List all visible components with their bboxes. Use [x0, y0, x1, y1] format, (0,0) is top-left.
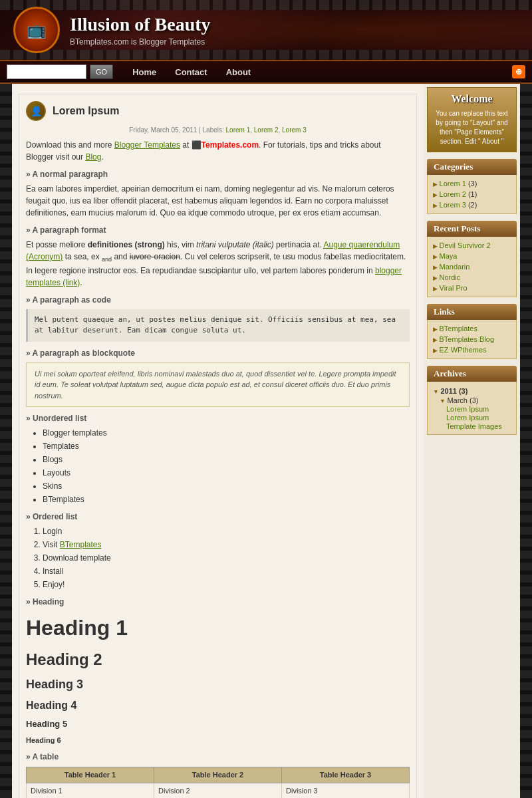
post-author-bar: 👤 Lorem Ipsum: [26, 101, 410, 121]
list-item: Download template: [43, 552, 410, 564]
list-item: BTemplates: [433, 323, 511, 334]
section-code: A paragraph as code: [26, 294, 410, 306]
recent-post-link[interactable]: Devil Survivor 2: [440, 241, 491, 249]
recent-posts-body: Devil Survivor 2 Maya Mandarin Nordic Vi…: [427, 237, 517, 297]
blogger-templates-link[interactable]: Blogger Templates: [114, 140, 180, 150]
list-item: Enjoy!: [43, 579, 410, 591]
label-link-3[interactable]: Lorem 3: [282, 126, 307, 134]
ordered-list: Login Visit BTemplates Download template…: [43, 525, 410, 591]
archives-year[interactable]: 2011 (3): [433, 387, 511, 395]
nav-contact[interactable]: Contact: [166, 65, 216, 80]
recent-post-link[interactable]: Viral Pro: [440, 284, 467, 292]
heading-5: Heading 5: [26, 718, 410, 731]
section-ol: Ordered list: [26, 511, 410, 523]
external-link[interactable]: BTemplates: [440, 325, 477, 332]
section-heading: Heading: [26, 596, 410, 608]
avatar: 👤: [26, 101, 46, 121]
btemplates-link[interactable]: BTemplates: [60, 540, 102, 549]
label-link-1[interactable]: Lorem 1: [226, 126, 251, 134]
rss-icon[interactable]: ⊕: [512, 65, 525, 78]
archives-header: Archives: [427, 366, 517, 382]
post-1: 👤 Lorem Ipsum Friday, March 05, 2011 | L…: [19, 94, 417, 798]
table-header-2: Table Header 2: [154, 767, 282, 783]
list-item: Login: [43, 525, 410, 537]
list-item: BTemplates: [43, 493, 410, 505]
film-strip-bottom: [0, 50, 532, 60]
post-date: Friday, March 05, 2011: [129, 126, 197, 134]
welcome-title: Welcome: [433, 93, 511, 105]
welcome-text: You can replace this text by going to "L…: [433, 109, 511, 146]
label-link-2[interactable]: Lorem 2: [254, 126, 279, 134]
list-item: Maya: [433, 251, 511, 261]
external-link[interactable]: EZ WPthemes: [440, 346, 487, 354]
list-item: Skins: [43, 480, 410, 492]
main-wrapper: 👤 Lorem Ipsum Friday, March 05, 2011 | L…: [0, 84, 532, 798]
links-list: BTemplates BTemplates Blog EZ WPthemes: [433, 323, 511, 355]
archives-post-link[interactable]: Lorem Ipsum: [433, 405, 511, 413]
category-link[interactable]: Lorem 2: [440, 190, 466, 198]
heading-3: Heading 3: [26, 676, 410, 694]
archives-post-link[interactable]: Template Images: [433, 422, 511, 430]
post-table: Table Header 1 Table Header 2 Table Head…: [26, 767, 410, 798]
recent-posts-header: Recent Posts: [427, 221, 517, 237]
navigation-bar: GO Home Contact About ⊕: [0, 60, 532, 84]
heading-1: Heading 1: [26, 612, 410, 644]
categories-list: Lorem 1 (3) Lorem 2 (1) Lorem 3 (2): [433, 178, 511, 210]
film-strip-right: [520, 84, 532, 798]
section-blockquote: A paragraph as blockquote: [26, 347, 410, 359]
list-item: Lorem 1 (3): [433, 178, 511, 189]
recent-post-link[interactable]: Mandarin: [440, 263, 470, 271]
section-para-format: A paragraph format: [26, 224, 410, 236]
category-link[interactable]: Lorem 1: [440, 180, 466, 188]
list-item: Devil Survivor 2: [433, 240, 511, 251]
search-go-button[interactable]: GO: [90, 65, 113, 79]
list-item: Lorem 3 (2): [433, 200, 511, 210]
table-header-3: Table Header 3: [282, 767, 410, 783]
para-format-text: Et posse meliore definitiones (strong) h…: [26, 239, 410, 289]
categories-widget: Categories Lorem 1 (3) Lorem 2 (1) Lorem…: [427, 159, 517, 214]
list-item: Blogger templates: [43, 427, 410, 439]
labels-prefix: Labels:: [203, 126, 224, 134]
archives-widget: Archives 2011 (3) March (3) Lorem Ipsum …: [427, 366, 517, 435]
heading-6: Heading 6: [26, 735, 410, 746]
section-normal-paragraph: A normal paragraph: [26, 168, 410, 180]
post-body-1: Download this and more Blogger Templates…: [26, 139, 410, 798]
sidebar: Welcome You can replace this text by goi…: [424, 84, 520, 798]
external-link[interactable]: BTemplates Blog: [440, 335, 495, 343]
table-header-1: Table Header 1: [27, 767, 154, 783]
nav-links: Home Contact About: [123, 65, 260, 80]
nav-home[interactable]: Home: [123, 65, 166, 80]
code-block: Mel putent quaeque an, ut postes melius …: [26, 309, 410, 342]
section-ul: Unordered list: [26, 412, 410, 424]
list-item: Layouts: [43, 467, 410, 479]
list-item: Blogs: [43, 454, 410, 466]
welcome-widget: Welcome You can replace this text by goi…: [427, 87, 517, 152]
site-header: 📺 Illusion of Beauty BTemplates.com is B…: [0, 0, 532, 60]
section-table: A table: [26, 751, 410, 763]
archives-month[interactable]: March (3): [433, 396, 511, 404]
templates-brand: ⬛Templates.com: [192, 140, 259, 150]
recent-post-link[interactable]: Maya: [440, 252, 458, 260]
blogger-templates-link2[interactable]: blogger templates (link): [26, 266, 402, 287]
archives-post-link[interactable]: Lorem Ipsum: [433, 414, 511, 422]
nav-about[interactable]: About: [217, 65, 261, 80]
post-title: Lorem Ipsum: [53, 105, 119, 117]
table-row: Division 1 Division 2 Division 3: [27, 783, 410, 798]
category-link[interactable]: Lorem 3: [440, 201, 466, 209]
content-area: 👤 Lorem Ipsum Friday, March 05, 2011 | L…: [12, 84, 424, 798]
blockquote-block: Ui mei solum oporteat eleifend, libris n…: [26, 362, 410, 408]
blog-link[interactable]: Blog: [85, 152, 101, 162]
list-item: Lorem 2 (1): [433, 189, 511, 200]
list-item: Visit BTemplates: [43, 539, 410, 551]
table-cell: Division 3: [282, 783, 410, 798]
links-body: BTemplates BTemplates Blog EZ WPthemes: [427, 320, 517, 359]
search-input[interactable]: [7, 65, 86, 79]
list-item: Install: [43, 565, 410, 577]
post-meta: Friday, March 05, 2011 | Labels: Lorem 1…: [26, 126, 410, 134]
list-item: EZ WPthemes: [433, 344, 511, 355]
recent-posts-widget: Recent Posts Devil Survivor 2 Maya Manda…: [427, 221, 517, 297]
recent-post-link[interactable]: Nordic: [440, 273, 461, 281]
post-intro: Download this and more Blogger Templates…: [26, 139, 410, 163]
list-item: BTemplates Blog: [433, 334, 511, 344]
table-cell: Division 2: [154, 783, 282, 798]
